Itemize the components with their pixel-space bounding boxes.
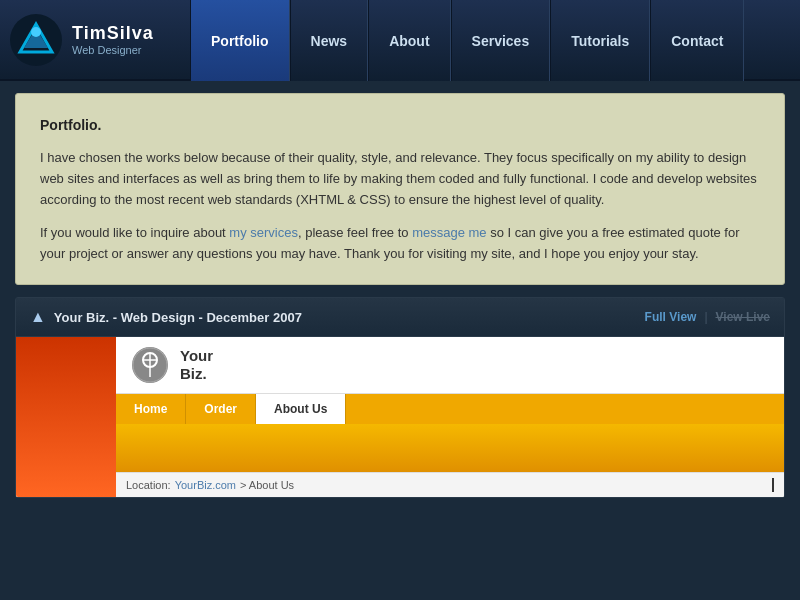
nav-about[interactable]: About — [368, 0, 450, 81]
link-separator: | — [704, 310, 707, 324]
portfolio-title: Portfolio. — [40, 114, 760, 136]
preview-content-area — [116, 424, 784, 472]
address-link[interactable]: YourBiz.com — [175, 479, 236, 491]
cursor — [772, 478, 774, 492]
nav-news[interactable]: News — [290, 0, 369, 81]
site-name: TimSilva — [72, 23, 154, 44]
logo-area: TimSilva Web Designer — [0, 14, 190, 66]
site-subtitle: Web Designer — [72, 44, 154, 56]
portfolio-para2: If you would like to inquire about my se… — [40, 223, 760, 265]
address-rest: > About Us — [240, 479, 294, 491]
portfolio-intro: Portfolio. I have chosen the works below… — [15, 93, 785, 285]
message-link[interactable]: message me — [412, 225, 486, 240]
preview-address-bar: Location: YourBiz.com > About Us — [116, 472, 784, 497]
logo-text: TimSilva Web Designer — [72, 23, 154, 56]
preview-logo-circle — [132, 347, 168, 383]
item-brand: Your Biz. — [54, 310, 109, 325]
address-label: Location: — [126, 479, 171, 491]
header: TimSilva Web Designer Portfolio News Abo… — [0, 0, 800, 81]
portfolio-item: ▲ Your Biz. - Web Design - December 2007… — [15, 297, 785, 498]
para2-middle: , please feel free to — [298, 225, 412, 240]
item-toggle-icon[interactable]: ▲ — [30, 308, 46, 326]
svg-point-3 — [31, 27, 41, 37]
main-nav: Portfolio News About Services Tutorials … — [190, 0, 744, 79]
preview-site: YourBiz. Home Order About Us Location: Y… — [16, 337, 784, 497]
nav-services[interactable]: Services — [451, 0, 551, 81]
item-actions: Full View | View Live — [645, 310, 770, 324]
preview-nav-about: About Us — [256, 394, 346, 424]
preview-main: YourBiz. Home Order About Us Location: Y… — [116, 337, 784, 497]
nav-contact[interactable]: Contact — [650, 0, 744, 81]
item-title-rest: - Web Design - December 2007 — [109, 310, 302, 325]
preview-nav-home: Home — [116, 394, 186, 424]
item-title-area: ▲ Your Biz. - Web Design - December 2007 — [30, 308, 645, 326]
nav-tutorials[interactable]: Tutorials — [550, 0, 650, 81]
item-preview: YourBiz. Home Order About Us Location: Y… — [16, 337, 784, 497]
view-live-link[interactable]: View Live — [716, 310, 770, 324]
preview-nav-order: Order — [186, 394, 256, 424]
para2-before: If you would like to inquire about — [40, 225, 229, 240]
preview-logo-bar: YourBiz. — [116, 337, 784, 394]
full-view-link[interactable]: Full View — [645, 310, 697, 324]
page-wrapper: Portfolio. I have chosen the works below… — [0, 81, 800, 510]
item-title: Your Biz. - Web Design - December 2007 — [54, 310, 302, 325]
nav-portfolio[interactable]: Portfolio — [190, 0, 290, 81]
preview-nav-bar: Home Order About Us — [116, 394, 784, 424]
item-header: ▲ Your Biz. - Web Design - December 2007… — [16, 298, 784, 337]
portfolio-para1: I have chosen the works below because of… — [40, 148, 760, 210]
services-link[interactable]: my services — [229, 225, 298, 240]
logo-icon — [10, 14, 62, 66]
preview-logo-text: YourBiz. — [180, 347, 213, 383]
preview-sidebar — [16, 337, 116, 497]
